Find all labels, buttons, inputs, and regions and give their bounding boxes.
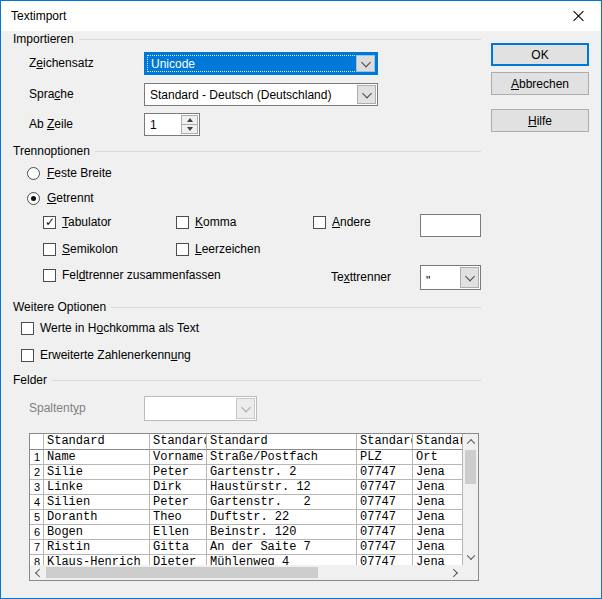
- table-cell[interactable]: Standard: [357, 434, 413, 450]
- table-cell[interactable]: Straße/Postfach: [207, 450, 357, 465]
- table-cell[interactable]: Jena: [413, 555, 463, 565]
- dropdown-button: [236, 398, 255, 419]
- table-cell[interactable]: Peter: [150, 465, 207, 480]
- table-cell[interactable]: Jena: [413, 495, 463, 510]
- table-cell[interactable]: Standard: [207, 434, 357, 450]
- table-cell[interactable]: 1: [30, 450, 44, 465]
- vertical-scrollbar[interactable]: [463, 434, 478, 565]
- table-cell[interactable]: Standard: [413, 434, 463, 450]
- scroll-up-button[interactable]: [463, 434, 478, 450]
- table-cell[interactable]: 07747: [357, 510, 413, 525]
- table-cell[interactable]: Linke: [44, 480, 150, 495]
- table-cell[interactable]: 07747: [357, 525, 413, 540]
- scroll-right-button[interactable]: [447, 565, 463, 580]
- preview-table[interactable]: StandardStandardStandardStandardStandard…: [29, 433, 479, 581]
- checkbox-icon: ✓: [43, 216, 56, 229]
- preview-table-rows[interactable]: 1NameVornameStraße/PostfachPLZOrt2SilieP…: [30, 450, 463, 565]
- preview-table-header[interactable]: StandardStandardStandardStandardStandard: [30, 434, 463, 450]
- semikolon-label: Semikolon: [62, 242, 118, 257]
- arrow-down-icon: [187, 127, 193, 131]
- scroll-left-button[interactable]: [30, 565, 46, 580]
- andere-input[interactable]: [420, 214, 481, 237]
- table-cell[interactable]: 07747: [357, 555, 413, 565]
- table-cell[interactable]: 8: [30, 555, 44, 565]
- table-cell[interactable]: Gartenstr. 2: [207, 495, 357, 510]
- table-row[interactable]: 8Klaus-HenrichDieterMühlenweg 407747Jena: [30, 555, 463, 565]
- vertical-scroll-thumb[interactable]: [465, 450, 476, 484]
- table-cell[interactable]: 07747: [357, 495, 413, 510]
- table-cell[interactable]: An der Saite 7: [207, 540, 357, 555]
- abbrechen-button[interactable]: Abbrechen: [491, 72, 589, 95]
- table-cell[interactable]: Peter: [150, 495, 207, 510]
- table-row[interactable]: 1NameVornameStraße/PostfachPLZOrt: [30, 450, 463, 465]
- zeichensatz-label: Zeichensatz: [29, 56, 94, 71]
- table-cell[interactable]: Ristin: [44, 540, 150, 555]
- dropdown-button[interactable]: [357, 85, 376, 104]
- table-cell[interactable]: Gitta: [150, 540, 207, 555]
- table-cell[interactable]: Standard: [44, 434, 150, 450]
- title-bar[interactable]: Textimport: [1, 1, 601, 31]
- table-cell[interactable]: Gartenstr. 2: [207, 465, 357, 480]
- table-row[interactable]: 4SilienPeterGartenstr. 207747Jena: [30, 495, 463, 510]
- table-cell[interactable]: Jena: [413, 480, 463, 495]
- table-cell[interactable]: Mühlenweg 4: [207, 555, 357, 565]
- table-cell[interactable]: Bogen: [44, 525, 150, 540]
- group-felder: Felder: [13, 373, 481, 387]
- hilfe-button[interactable]: Hilfe: [491, 109, 589, 132]
- table-cell[interactable]: Jena: [413, 510, 463, 525]
- scroll-down-button[interactable]: [463, 549, 478, 565]
- close-button[interactable]: [556, 1, 601, 30]
- table-cell[interactable]: Standard: [150, 434, 207, 450]
- table-cell[interactable]: 6: [30, 525, 44, 540]
- ok-button[interactable]: OK: [491, 43, 589, 66]
- ab-zeile-stepper[interactable]: 1: [144, 113, 200, 136]
- table-cell[interactable]: Theo: [150, 510, 207, 525]
- sprache-combobox[interactable]: Standard - Deutsch (Deutschland): [144, 83, 378, 106]
- table-cell[interactable]: Name: [44, 450, 150, 465]
- zeichensatz-combobox[interactable]: Unicode: [144, 52, 378, 75]
- table-cell[interactable]: Duftstr. 22: [207, 510, 357, 525]
- table-cell[interactable]: 07747: [357, 480, 413, 495]
- table-cell[interactable]: Jena: [413, 540, 463, 555]
- table-cell[interactable]: Ellen: [150, 525, 207, 540]
- texttrenner-combobox[interactable]: ": [420, 265, 481, 290]
- table-cell[interactable]: PLZ: [357, 450, 413, 465]
- table-cell[interactable]: Beinstr. 120: [207, 525, 357, 540]
- table-row[interactable]: 5DoranthTheoDuftstr. 2207747Jena: [30, 510, 463, 525]
- texttrenner-label: Texttrenner: [331, 270, 391, 285]
- table-cell[interactable]: Klaus-Henrich: [44, 555, 150, 565]
- table-cell[interactable]: Dieter: [150, 555, 207, 565]
- table-cell[interactable]: [30, 434, 44, 450]
- chevron-right-icon: [449, 568, 457, 576]
- table-cell[interactable]: 3: [30, 480, 44, 495]
- dropdown-button[interactable]: [356, 55, 375, 72]
- table-cell[interactable]: Silien: [44, 495, 150, 510]
- table-cell[interactable]: 2: [30, 465, 44, 480]
- horizontal-scroll-thumb[interactable]: [46, 567, 318, 578]
- table-row[interactable]: 6BogenEllenBeinstr. 12007747Jena: [30, 525, 463, 540]
- table-cell[interactable]: Haustürstr. 12: [207, 480, 357, 495]
- table-cell[interactable]: 7: [30, 540, 44, 555]
- table-cell[interactable]: 4: [30, 495, 44, 510]
- checkbox-icon: ✓: [176, 216, 189, 229]
- table-cell[interactable]: 07747: [357, 540, 413, 555]
- spin-down-button[interactable]: [181, 124, 198, 134]
- table-row[interactable]: 7RistinGittaAn der Saite 707747Jena: [30, 540, 463, 555]
- table-row[interactable]: 3LinkeDirkHaustürstr. 1207747Jena: [30, 480, 463, 495]
- table-cell[interactable]: 07747: [357, 465, 413, 480]
- horizontal-scrollbar[interactable]: [30, 565, 463, 580]
- table-row[interactable]: 2SiliePeterGartenstr. 207747Jena: [30, 465, 463, 480]
- table-cell[interactable]: Ort: [413, 450, 463, 465]
- table-cell[interactable]: Vorname: [150, 450, 207, 465]
- table-cell[interactable]: Jena: [413, 465, 463, 480]
- table-cell[interactable]: 5: [30, 510, 44, 525]
- table-cell[interactable]: Jena: [413, 525, 463, 540]
- preview-table-content[interactable]: StandardStandardStandardStandardStandard…: [30, 434, 463, 565]
- dropdown-button[interactable]: [460, 267, 479, 288]
- spaltentyp-combobox: [144, 396, 257, 421]
- table-cell[interactable]: Silie: [44, 465, 150, 480]
- group-line: [95, 151, 481, 152]
- feldtrenner-label: Feldtrenner zusammenfassen: [62, 268, 221, 283]
- table-cell[interactable]: Dirk: [150, 480, 207, 495]
- table-cell[interactable]: Doranth: [44, 510, 150, 525]
